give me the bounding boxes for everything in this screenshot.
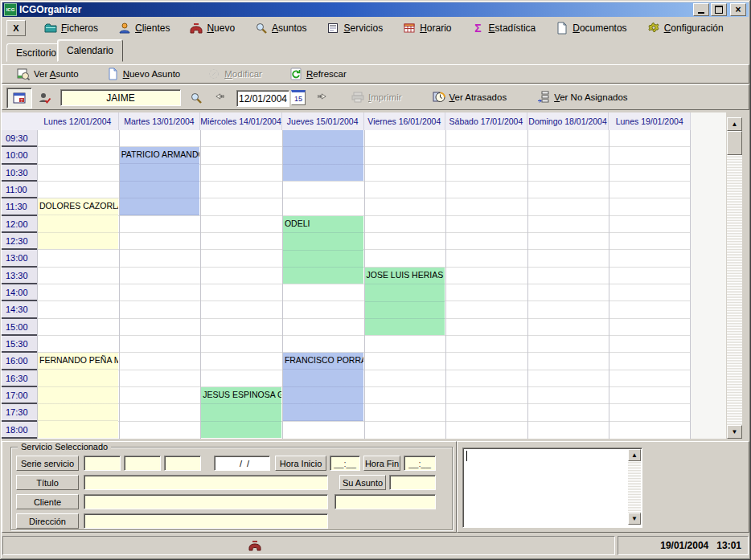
hora-inicio-button[interactable]: Hora Inicio — [275, 456, 326, 471]
direccion-field[interactable] — [84, 513, 328, 529]
ver-atrasados-button[interactable]: Ver Atrasados — [428, 89, 512, 105]
toolbar-button-label: Modificar — [224, 69, 262, 79]
direccion-button[interactable]: Dirección — [16, 513, 79, 529]
previous-week-button[interactable] — [211, 90, 232, 104]
menu-item-servicios[interactable]: Servicios — [319, 20, 390, 36]
serie-field-3[interactable] — [164, 456, 201, 471]
hora-fin-field[interactable] — [404, 456, 436, 471]
su-asunto-field[interactable] — [389, 475, 436, 490]
minimize-button[interactable] — [693, 3, 709, 16]
time-label: 12:00 — [2, 216, 37, 233]
close-button[interactable]: × — [730, 3, 746, 16]
toolbar-button-label: Ver Atrasados — [449, 92, 507, 102]
tab-calendario[interactable]: Calendario — [57, 39, 123, 62]
appointment-block[interactable]: JESUS ESPINOSA GO — [201, 387, 281, 438]
titulo-button[interactable]: Título — [16, 475, 79, 490]
day-header-7[interactable]: Lunes 19/01/2004 — [609, 112, 691, 130]
clock-icon — [433, 91, 445, 104]
menu-item-horario[interactable]: Horario — [396, 20, 458, 36]
notes-scroll-down-icon: ▼ — [631, 515, 638, 522]
cliente-extra-field[interactable] — [334, 494, 436, 509]
scroll-down-button[interactable]: ▼ — [727, 425, 742, 439]
appointment-block[interactable] — [283, 130, 363, 181]
refrescar-button[interactable]: Refrescar — [285, 66, 351, 82]
appointment-block[interactable]: DOLORES CAZORLA G — [38, 198, 118, 249]
menu-item-estadistica[interactable]: ΣEstadística — [465, 20, 544, 36]
appointment-label: PATRICIO ARMANDO — [121, 149, 200, 159]
hora-fin-button[interactable]: Hora Fin — [363, 456, 400, 471]
notes-scroll-up-button[interactable]: ▲ — [628, 449, 641, 461]
time-label: 09:30 — [2, 130, 37, 147]
time-label: 14:00 — [2, 284, 37, 301]
notes-scrollbar[interactable]: ▲ ▼ — [628, 449, 641, 525]
menu-item-label: Horario — [420, 22, 451, 34]
day-header-5[interactable]: Sábado 17/01/2004 — [445, 112, 527, 130]
ver-asunto-button[interactable]: Ver Asunto — [12, 66, 84, 82]
calendar-vertical-scrollbar[interactable]: ▲ ▼ — [727, 117, 742, 439]
appointment-block[interactable]: PATRICIO ARMANDO — [120, 147, 200, 215]
menu-item-configuracion[interactable]: Configuración — [640, 20, 731, 36]
printer-icon — [351, 91, 364, 104]
calendar-view-button[interactable]: 7 — [6, 88, 32, 108]
search-user-icon[interactable] — [190, 92, 203, 104]
menu-item-documentos[interactable]: Documentos — [548, 20, 634, 36]
serie-servicio-button[interactable]: Serie servicio — [16, 456, 79, 471]
time-label: 16:00 — [2, 353, 37, 370]
menu-item-label: Estadística — [489, 22, 536, 34]
service-date-field[interactable] — [214, 456, 270, 471]
menu-item-label: Configuración — [664, 22, 724, 34]
grid-column-separator — [527, 130, 528, 439]
grid-column-separator — [445, 130, 446, 439]
ver-no-asignados-button[interactable]: Ver No Asignados — [532, 89, 632, 105]
notes-scroll-down-button[interactable]: ▼ — [628, 513, 641, 525]
day-header-6[interactable]: Domingo 18/01/2004 — [527, 112, 609, 130]
sigma-icon: Σ — [472, 22, 485, 35]
appointment-block[interactable]: ODELI — [283, 216, 363, 284]
scroll-up-button[interactable]: ▲ — [727, 117, 742, 131]
time-label: 15:00 — [2, 319, 37, 336]
appointment-block[interactable]: FERNANDO PEÑA ME — [38, 353, 118, 438]
day-header-3[interactable]: Jueves 15/01/2004 — [282, 112, 364, 130]
su-asunto-button[interactable]: Su Asunto — [339, 475, 386, 490]
menu-item-nuevo[interactable]: Nuevo — [183, 20, 242, 36]
toolbar-button-label: Ver Asunto — [34, 69, 79, 79]
cliente-field[interactable] — [84, 494, 328, 509]
menu-item-ficheros[interactable]: Ficheros — [37, 20, 105, 36]
status-bar: 19/01/2004 13:01 — [2, 534, 749, 557]
time-label: 10:30 — [2, 165, 37, 182]
scrollbar-thumb[interactable] — [727, 131, 742, 155]
titlebar: ICG ICGOrganizer × — [2, 2, 749, 17]
maximize-button[interactable] — [711, 3, 727, 16]
unassigned-icon — [537, 91, 550, 104]
person-icon — [118, 22, 131, 35]
titulo-field[interactable] — [84, 475, 328, 490]
date-input[interactable] — [236, 90, 289, 107]
day-header-1[interactable]: Martes 13/01/2004 — [119, 112, 201, 130]
nuevo-asunto-button[interactable]: Nuevo Asunto — [101, 66, 186, 82]
refresh-icon — [289, 67, 302, 80]
day-header-0[interactable]: Lunes 12/01/2004 — [37, 112, 119, 130]
select-user-button[interactable] — [34, 89, 56, 107]
hora-inicio-field[interactable] — [330, 456, 360, 471]
appointment-label: JOSE LUIS HERIAS CA — [367, 270, 445, 280]
serie-field-2[interactable] — [124, 456, 161, 471]
cliente-button[interactable]: Cliente — [16, 494, 79, 509]
day-header-4[interactable]: Viernes 16/01/2004 — [364, 112, 446, 130]
menu-item-asuntos[interactable]: Asuntos — [248, 20, 314, 36]
services-icon — [326, 22, 339, 35]
user-input[interactable] — [60, 89, 181, 106]
appointment-toolbar: Ver AsuntoNuevo AsuntoModificarRefrescar — [2, 64, 749, 84]
maximize-icon — [715, 6, 723, 14]
appointment-block[interactable]: JOSE LUIS HERIAS CA — [365, 268, 445, 335]
exit-button[interactable]: X — [6, 20, 26, 36]
appointment-block[interactable]: FRANCISCO PORRAS — [283, 353, 363, 420]
time-label: 11:30 — [2, 198, 37, 215]
toolbar-button-label: Ver No Asignados — [554, 92, 627, 102]
day-header-2[interactable]: Miércoles 14/01/2004 — [200, 112, 282, 130]
menu-item-clientes[interactable]: Clientes — [111, 20, 177, 36]
calendar-grid[interactable]: 09:3010:0010:3011:0011:3012:0012:3013:00… — [2, 130, 691, 439]
calendar-picker-button[interactable]: 15 — [291, 90, 306, 105]
serie-field-1[interactable] — [84, 456, 121, 471]
next-week-button[interactable] — [310, 90, 331, 104]
notes-textarea[interactable]: ▲ ▼ — [462, 448, 642, 528]
